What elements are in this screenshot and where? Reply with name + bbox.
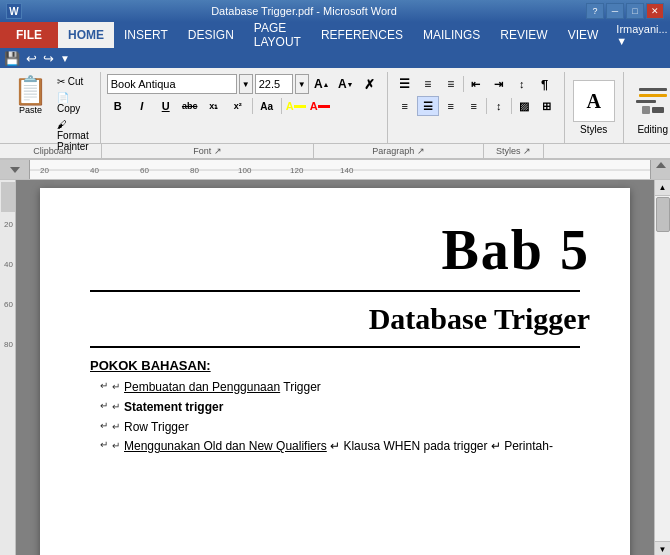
svg-text:40: 40 xyxy=(90,166,99,175)
chapter-heading: Bab 5 xyxy=(90,218,590,282)
vertical-scrollbar[interactable]: ▲ ▼ xyxy=(654,180,670,555)
help-btn[interactable]: ? xyxy=(586,3,604,19)
svg-text:120: 120 xyxy=(290,166,304,175)
v-ruler-top-margin xyxy=(1,182,15,212)
decrease-indent-button[interactable]: ⇤ xyxy=(465,74,487,94)
bullet-icon: ↵ xyxy=(112,439,120,453)
section-header: POKOK BAHASAN: xyxy=(90,358,580,373)
editing-group: Editing xyxy=(624,72,670,143)
numbering-button[interactable]: ≡ xyxy=(417,74,439,94)
editing-label[interactable]: Editing xyxy=(637,124,668,135)
qa-more-icon[interactable]: ▼ xyxy=(60,53,70,64)
show-formatting-button[interactable]: ¶ xyxy=(534,74,556,94)
subscript-button[interactable]: x₁ xyxy=(203,96,225,116)
ruler-left-margin xyxy=(0,160,30,179)
sort-button[interactable]: ↕ xyxy=(511,74,533,94)
divider-1 xyxy=(90,290,580,292)
bullet-list: ↵ Pembuatan dan Penggunaan Trigger ↵ Sta… xyxy=(90,379,580,455)
tab-references[interactable]: REFERENCES xyxy=(311,22,413,48)
underline-button[interactable]: U xyxy=(155,96,177,116)
qa-redo-icon[interactable]: ↪ xyxy=(43,51,54,66)
paste-button[interactable]: 📋 Paste xyxy=(8,74,53,154)
svg-text:80: 80 xyxy=(4,340,13,349)
line-spacing-button[interactable]: ↕ xyxy=(488,96,510,116)
tab-design[interactable]: DESIGN xyxy=(178,22,244,48)
svg-text:20: 20 xyxy=(40,166,49,175)
svg-text:80: 80 xyxy=(190,166,199,175)
clipboard-group: 📋 Paste ✂ Cut 📄 Copy 🖌 Format Painter xyxy=(4,72,101,143)
borders-button[interactable]: ⊞ xyxy=(536,96,558,116)
styles-group: A Styles xyxy=(565,72,624,143)
decrease-font-button[interactable]: A▼ xyxy=(335,74,357,94)
user-account[interactable]: Irmayani... ▼ xyxy=(608,22,670,48)
bullet-icon: ↵ xyxy=(112,380,120,394)
highlight-color-button[interactable]: A xyxy=(285,96,307,116)
svg-text:40: 40 xyxy=(4,260,13,269)
scroll-track[interactable] xyxy=(655,233,670,541)
multilevel-button[interactable]: ≡ xyxy=(440,74,462,94)
bold-button[interactable]: B xyxy=(107,96,129,116)
qa-save-icon[interactable]: 💾 xyxy=(4,51,20,66)
tab-insert[interactable]: INSERT xyxy=(114,22,178,48)
font-size-dropdown[interactable]: ▼ xyxy=(295,74,309,94)
cut-button[interactable]: ✂ Cut xyxy=(54,74,96,89)
styles-group-label: Styles ↗ xyxy=(484,144,544,158)
bullet-icon: ↵ xyxy=(112,400,120,414)
superscript-button[interactable]: x² xyxy=(227,96,249,116)
clipboard-more-buttons: ✂ Cut 📄 Copy 🖌 Format Painter xyxy=(54,74,96,154)
window-title: Database Trigger.pdf - Microsoft Word xyxy=(22,5,586,17)
restore-button[interactable]: □ xyxy=(626,3,644,19)
copy-button[interactable]: 📄 Copy xyxy=(54,90,96,116)
minimize-button[interactable]: ─ xyxy=(606,3,624,19)
clipboard-group-label: Clipboard xyxy=(4,144,102,158)
svg-text:60: 60 xyxy=(140,166,149,175)
paragraph-group-label: Paragraph ↗ xyxy=(314,144,484,158)
list-item: ↵ Row Trigger xyxy=(100,419,580,436)
tab-home[interactable]: HOME xyxy=(58,22,114,48)
tab-review[interactable]: REVIEW xyxy=(490,22,557,48)
file-menu[interactable]: FILE xyxy=(0,22,58,48)
styles-label[interactable]: Styles xyxy=(580,124,607,135)
close-button[interactable]: ✕ xyxy=(646,3,664,19)
svg-text:60: 60 xyxy=(4,300,13,309)
tab-page-layout[interactable]: PAGE LAYOUT xyxy=(244,22,311,48)
font-name-input[interactable] xyxy=(107,74,237,94)
document-area: Bab 5 Database Trigger POKOK BAHASAN: ↵ … xyxy=(16,180,654,555)
bullet-icon: ↵ xyxy=(112,420,120,434)
tab-mailings[interactable]: MAILINGS xyxy=(413,22,490,48)
qa-undo-icon[interactable]: ↩ xyxy=(26,51,37,66)
scroll-up-arrow[interactable]: ▲ xyxy=(655,180,670,196)
v-ruler-content: 20 40 60 80 xyxy=(0,212,15,555)
bullets-button[interactable]: ☰ xyxy=(394,74,416,94)
font-color-button[interactable]: A xyxy=(309,96,331,116)
align-center-button[interactable]: ☰ xyxy=(417,96,439,116)
shading-button[interactable]: ▨ xyxy=(513,96,535,116)
font-size-input[interactable] xyxy=(255,74,293,94)
paste-label: Paste xyxy=(19,105,42,115)
editing-icon xyxy=(632,80,670,122)
increase-font-button[interactable]: A▲ xyxy=(311,74,333,94)
justify-button[interactable]: ≡ xyxy=(463,96,485,116)
list-item: ↵ Pembuatan dan Penggunaan Trigger xyxy=(100,379,580,396)
align-left-button[interactable]: ≡ xyxy=(394,96,416,116)
increase-indent-button[interactable]: ⇥ xyxy=(488,74,510,94)
tab-view[interactable]: VIEW xyxy=(558,22,609,48)
font-name-dropdown[interactable]: ▼ xyxy=(239,74,253,94)
change-case-button[interactable]: Aa xyxy=(256,96,278,116)
italic-button[interactable]: I xyxy=(131,96,153,116)
font-group: ▼ ▼ A▲ A▼ ✗ B I U abc x₁ x² Aa A A xyxy=(101,72,388,143)
strikethrough-button[interactable]: abc xyxy=(179,96,201,116)
font-group-label: Font ↗ xyxy=(102,144,314,158)
scroll-thumb[interactable] xyxy=(656,197,670,232)
window-controls: ? ─ □ ✕ xyxy=(586,3,664,19)
svg-text:140: 140 xyxy=(340,166,354,175)
paragraph-group: ☰ ≡ ≡ ⇤ ⇥ ↕ ¶ ≡ ☰ ≡ ≡ ↕ ▨ ⊞ xyxy=(388,72,565,143)
list-item: ↵ Statement trigger xyxy=(100,399,580,416)
scroll-down-arrow[interactable]: ▼ xyxy=(655,541,670,555)
ribbon: 📋 Paste ✂ Cut 📄 Copy 🖌 Format Painter ▼ … xyxy=(0,68,670,160)
ruler-right-margin xyxy=(650,160,670,179)
clear-format-button[interactable]: ✗ xyxy=(359,74,381,94)
align-right-button[interactable]: ≡ xyxy=(440,96,462,116)
list-item: ↵ Menggunakan Old dan New Qualifiers ↵ K… xyxy=(100,438,580,455)
vertical-ruler: 20 40 60 80 xyxy=(0,180,16,555)
